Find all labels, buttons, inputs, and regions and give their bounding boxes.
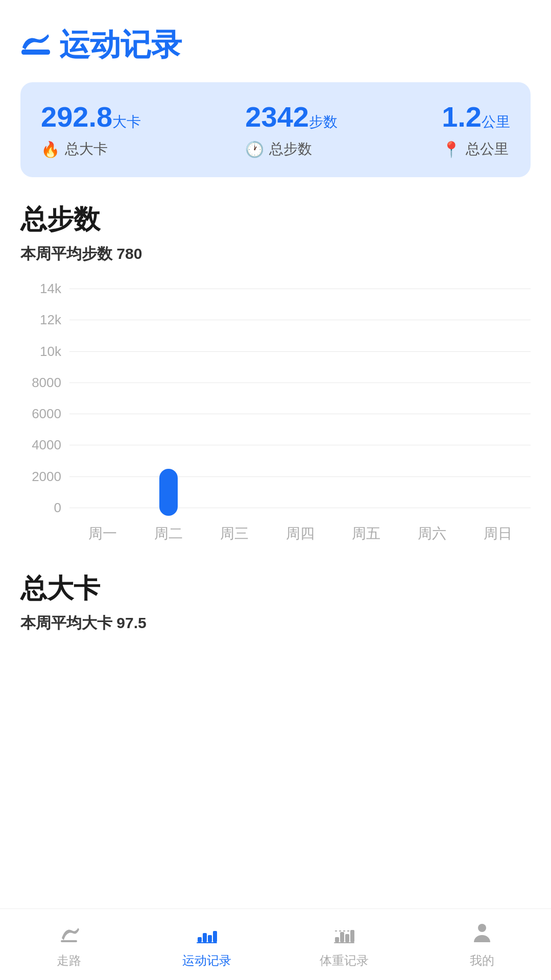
page-title: 运动记录	[59, 25, 182, 66]
steps-title: 总步数	[20, 202, 531, 237]
svg-rect-10	[334, 942, 354, 943]
bottom-nav: 走路 运动记录 体重记录	[0, 909, 551, 980]
stats-card: 292.8大卡 🔥 总大卡 2342步数 🕐 总步数 1.2公里 📍 总公里	[20, 82, 531, 177]
svg-rect-3	[208, 935, 212, 942]
chart-x-labels: 周一 周二 周三 周四 周五 周六 周日	[20, 524, 531, 543]
nav-item-weight[interactable]: 体重记录	[276, 921, 414, 969]
svg-rect-4	[213, 931, 217, 942]
profile-icon	[471, 921, 493, 948]
x-label-saturday: 周六	[399, 524, 465, 543]
x-label-thursday: 周四	[267, 524, 333, 543]
fire-icon: 🔥	[41, 140, 60, 158]
svg-rect-8	[345, 934, 349, 942]
nav-item-walking[interactable]: 走路	[0, 921, 138, 969]
svg-rect-6	[335, 937, 339, 942]
distance-label: 📍 总公里	[442, 139, 510, 159]
header: 运动记录	[0, 0, 551, 78]
exercise-icon	[196, 921, 218, 948]
chart-bars	[69, 281, 531, 516]
weight-icon	[333, 921, 355, 948]
calories-value: 292.8大卡	[41, 103, 141, 131]
x-label-friday: 周五	[333, 524, 399, 543]
svg-rect-9	[350, 930, 354, 942]
bar-tuesday	[135, 469, 201, 516]
calories-subtitle: 本周平均大卡 97.5	[20, 613, 531, 634]
steps-value: 2342步数	[245, 103, 338, 131]
x-label-sunday: 周日	[465, 524, 531, 543]
nav-item-exercise[interactable]: 运动记录	[138, 921, 276, 969]
x-label-wednesday: 周三	[201, 524, 267, 543]
stat-steps: 2342步数 🕐 总步数	[245, 103, 338, 159]
x-label-monday: 周一	[69, 524, 135, 543]
svg-rect-1	[198, 937, 202, 942]
stat-distance: 1.2公里 📍 总公里	[442, 103, 510, 159]
steps-label: 🕐 总步数	[245, 139, 338, 159]
calories-title: 总大卡	[20, 571, 531, 607]
svg-rect-2	[203, 933, 207, 942]
stat-calories: 292.8大卡 🔥 总大卡	[41, 103, 141, 159]
svg-rect-7	[340, 932, 344, 942]
svg-point-12	[478, 924, 486, 932]
nav-label-profile: 我的	[470, 952, 494, 969]
nav-label-exercise: 运动记录	[182, 952, 231, 969]
header-shoe-icon	[20, 29, 51, 62]
steps-section: 总步数 本周平均步数 780 14k 12k 10k 8000 600	[0, 177, 551, 546]
calories-label: 🔥 总大卡	[41, 139, 141, 159]
chart-area: 14k 12k 10k 8000 6000 4000	[20, 281, 531, 516]
x-label-tuesday: 周二	[135, 524, 201, 543]
location-icon: 📍	[442, 140, 461, 158]
nav-item-profile[interactable]: 我的	[413, 921, 551, 969]
steps-chart: 14k 12k 10k 8000 6000 4000	[20, 281, 531, 546]
walking-icon	[58, 921, 80, 948]
svg-rect-0	[61, 940, 77, 942]
clock-icon: 🕐	[245, 140, 264, 158]
calories-section: 总大卡 本周平均大卡 97.5	[0, 546, 551, 732]
steps-subtitle: 本周平均步数 780	[20, 244, 531, 265]
nav-label-weight: 体重记录	[320, 952, 369, 969]
distance-value: 1.2公里	[442, 103, 510, 131]
nav-label-walking: 走路	[57, 952, 81, 969]
svg-rect-5	[197, 942, 217, 943]
